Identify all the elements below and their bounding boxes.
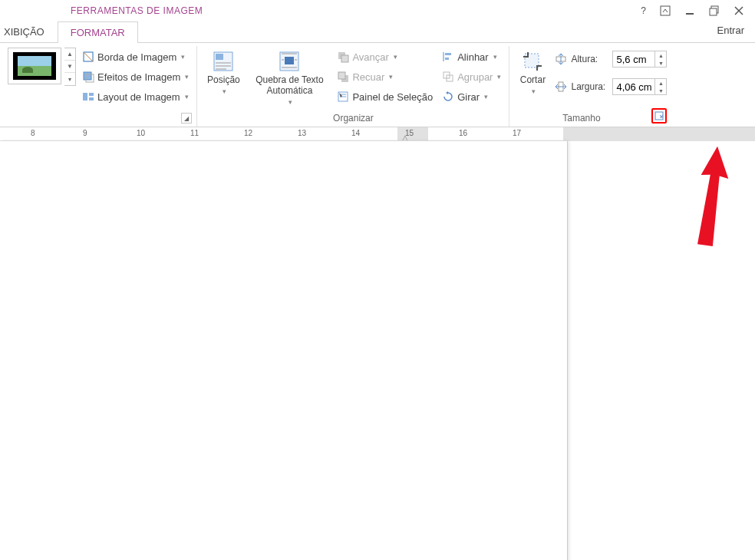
- dropdown-icon: ▾: [493, 53, 497, 61]
- ruler-number: 10: [137, 129, 145, 137]
- ruler-number: 9: [83, 129, 87, 137]
- dropdown-icon: ▾: [181, 53, 185, 61]
- width-input[interactable]: ▲▼: [612, 78, 667, 95]
- group-picture-styles: ▲ ▼ ▾ Borda de Imagem ▾ Efeitos de Image…: [3, 46, 197, 127]
- spin-up-icon[interactable]: ▲: [655, 51, 666, 59]
- page[interactable]: [0, 141, 568, 560]
- styles-launcher-icon[interactable]: ◢: [181, 113, 192, 124]
- style-gallery-arrows[interactable]: ▲ ▼ ▾: [64, 48, 76, 86]
- gallery-up-icon[interactable]: ▲: [64, 48, 75, 61]
- wrap-text-label: Quebra de Texto Automática: [249, 75, 329, 97]
- ruler-number: 16: [459, 129, 467, 137]
- dropdown-icon: ▾: [185, 93, 189, 100]
- signin-link[interactable]: Entrar: [717, 25, 744, 36]
- ruler-number: 11: [190, 129, 199, 137]
- picture-layout-icon: [82, 91, 94, 103]
- close-icon[interactable]: [734, 5, 744, 16]
- crop-button[interactable]: Cortar ▾: [514, 48, 551, 97]
- position-icon: [211, 49, 236, 74]
- svg-rect-13: [216, 54, 223, 60]
- height-field[interactable]: [613, 54, 654, 65]
- minimize-icon[interactable]: [684, 5, 695, 16]
- selection-pane-label: Painel de Seleção: [352, 91, 433, 103]
- document-area[interactable]: [0, 141, 755, 560]
- width-icon: [554, 80, 568, 94]
- rotate-icon: [442, 91, 454, 103]
- width-label: Largura:: [571, 81, 609, 92]
- dropdown-icon: ▾: [394, 53, 397, 61]
- picture-layout-label: Layout de Imagem: [97, 91, 180, 103]
- rotate-label: Girar: [457, 91, 480, 103]
- picture-border-icon: [82, 51, 94, 63]
- title-bar: FERRAMENTAS DE IMAGEM ?: [0, 0, 755, 21]
- tab-exibicao[interactable]: XIBIÇÃO: [0, 21, 58, 42]
- group-icon: [442, 71, 454, 83]
- ruler-number: 8: [31, 129, 35, 137]
- restore-icon[interactable]: [709, 5, 720, 16]
- align-button[interactable]: Alinhar ▾: [439, 48, 504, 66]
- gallery-more-icon[interactable]: ▾: [64, 73, 75, 85]
- help-icon[interactable]: ?: [641, 5, 646, 16]
- crop-label: Cortar: [520, 75, 546, 86]
- group-arrange: Posição ▾ Quebra de Texto Automática ▾ A…: [197, 46, 509, 127]
- gallery-down-icon[interactable]: ▼: [64, 61, 75, 73]
- picture-border-label: Borda de Imagem: [97, 51, 176, 63]
- svg-rect-31: [445, 53, 451, 55]
- send-backward-button[interactable]: Recuar ▾: [334, 68, 436, 86]
- group-arrange-label: Organizar: [202, 111, 504, 127]
- dropdown-icon: ▾: [389, 73, 393, 81]
- size-launcher-icon[interactable]: [651, 108, 667, 124]
- selection-pane-button[interactable]: Painel de Seleção: [334, 87, 436, 106]
- spin-down-icon[interactable]: ▼: [655, 59, 666, 67]
- group-size: Cortar ▾ Altura: ▲▼ Largura:: [509, 46, 671, 127]
- group-button[interactable]: Agrupar ▾: [439, 68, 504, 86]
- ruler-indent-marker[interactable]: △: [402, 133, 408, 141]
- wrap-text-button[interactable]: Quebra de Texto Automática ▾: [248, 48, 331, 107]
- svg-rect-32: [445, 58, 449, 60]
- picture-effects-icon: [82, 71, 94, 83]
- dropdown-icon: ▾: [288, 98, 292, 106]
- wrap-text-icon: [277, 49, 302, 74]
- svg-rect-7: [84, 72, 91, 80]
- context-tab-title: FERRAMENTAS DE IMAGEM: [61, 5, 212, 16]
- dropdown-icon: ▾: [185, 73, 189, 81]
- height-icon: [554, 52, 568, 66]
- ruler-number: 13: [298, 129, 306, 137]
- bring-forward-button[interactable]: Avançar ▾: [334, 48, 436, 66]
- crop-icon: [520, 49, 545, 74]
- dropdown-icon: ▾: [532, 87, 536, 95]
- selection-pane-icon: [337, 91, 349, 103]
- ribbon-tabs: XIBIÇÃO FORMATAR Entrar: [0, 21, 755, 43]
- rotate-button[interactable]: Girar ▾: [439, 87, 504, 106]
- bring-forward-icon: [337, 51, 349, 63]
- height-input[interactable]: ▲▼: [612, 51, 667, 68]
- send-backward-label: Recuar: [352, 71, 384, 83]
- ruler-number: 12: [244, 129, 252, 137]
- picture-style-thumb[interactable]: [8, 48, 61, 84]
- group-styles-label: ◢: [8, 111, 192, 127]
- height-label: Altura:: [571, 54, 609, 64]
- spin-up-icon[interactable]: ▲: [655, 79, 666, 87]
- ribbon-display-icon[interactable]: [660, 5, 671, 16]
- position-button[interactable]: Posição ▾: [202, 48, 245, 97]
- svg-rect-24: [341, 55, 348, 62]
- picture-layout-button[interactable]: Layout de Imagem ▾: [79, 87, 192, 106]
- width-field[interactable]: [613, 81, 654, 93]
- picture-border-button[interactable]: Borda de Imagem ▾: [79, 48, 192, 66]
- align-label: Alinhar: [457, 51, 488, 63]
- ruler-number: 17: [513, 129, 521, 137]
- svg-rect-3: [710, 8, 717, 15]
- align-icon: [442, 51, 454, 63]
- send-backward-icon: [337, 71, 349, 83]
- group-label: Agrupar: [457, 71, 493, 83]
- group-size-label: Tamanho: [514, 111, 667, 127]
- dropdown-icon: ▾: [223, 87, 226, 95]
- dropdown-icon: ▾: [484, 93, 488, 100]
- horizontal-ruler[interactable]: 8 9 10 11 12 13 14 15 16 17 △: [0, 127, 755, 141]
- tab-formatar[interactable]: FORMATAR: [58, 21, 138, 43]
- picture-effects-button[interactable]: Efeitos de Imagem ▾: [79, 68, 192, 86]
- picture-effects-label: Efeitos de Imagem: [97, 71, 180, 83]
- window-controls: ?: [641, 5, 755, 16]
- ruler-number: 14: [351, 129, 360, 137]
- spin-down-icon[interactable]: ▼: [655, 87, 666, 94]
